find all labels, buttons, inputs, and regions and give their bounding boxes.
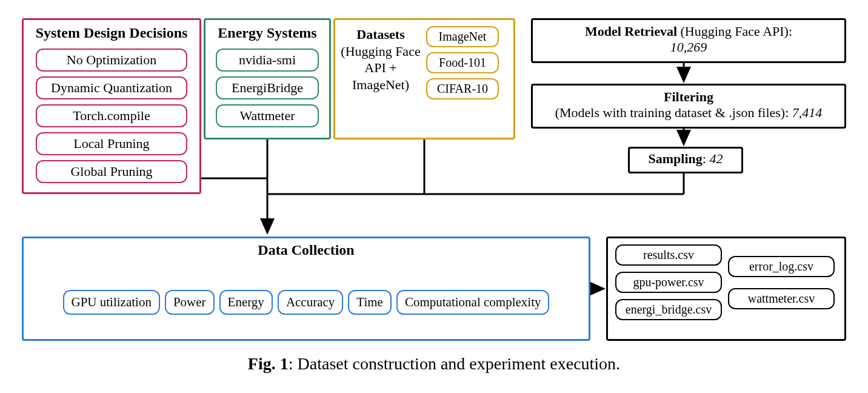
energy-title: Energy Systems	[218, 25, 316, 41]
energy-item: EnergiBridge	[216, 76, 319, 99]
dataset-item: Food-101	[426, 52, 499, 73]
datasets-title: Datasets	[356, 27, 404, 42]
datasets-box: Datasets (Hugging Face API + ImageNet) I…	[333, 18, 515, 139]
sampling-box: Sampling: 42	[628, 147, 743, 173]
filtering-label: Filtering	[664, 89, 713, 104]
sdd-item: Global Pruning	[36, 160, 187, 183]
filtering-value: 7,414	[792, 105, 823, 120]
sdd-item: No Optimization	[36, 49, 187, 72]
caption-text: : Dataset construction and experiment ex…	[289, 354, 620, 373]
output-file: error_log.csv	[728, 256, 835, 277]
energy-systems-box: Energy Systems nvidia-smi EnergiBridge W…	[204, 18, 331, 139]
retrieval-value: 10,269	[670, 39, 707, 55]
sdd-item: Local Pruning	[36, 132, 187, 155]
system-design-title: System Design Decisions	[36, 25, 188, 41]
dc-metric: Accuracy	[278, 290, 343, 315]
retrieval-label-rest: (Hugging Face API):	[677, 24, 792, 39]
sampling-value: 42	[709, 151, 723, 166]
filtering-detail: (Models with training dataset & .json fi…	[555, 105, 792, 120]
sdd-item: Torch.compile	[36, 104, 187, 127]
energy-item: Wattmeter	[216, 104, 319, 127]
system-design-decisions-box: System Design Decisions No Optimization …	[22, 18, 201, 194]
filtering-box: Filtering (Models with training dataset …	[531, 84, 846, 129]
figure-caption: Fig. 1: Dataset construction and experim…	[0, 354, 868, 374]
output-file: wattmeter.csv	[728, 288, 835, 309]
dataset-item: CIFAR-10	[426, 78, 499, 99]
energy-item: nvidia-smi	[216, 49, 319, 72]
datasets-subtitle: (Hugging Face API + ImageNet)	[341, 44, 420, 92]
output-files-box: results.csv gpu-power.csv energi_bridge.…	[606, 237, 846, 341]
data-collection-title: Data Collection	[24, 242, 589, 258]
data-collection-box: Data Collection GPU utilization Power En…	[22, 237, 590, 341]
dc-metric: Power	[165, 290, 215, 315]
retrieval-label: Model Retrieval	[585, 24, 677, 39]
caption-label: Fig. 1	[248, 354, 289, 373]
output-file: energi_bridge.csv	[615, 299, 722, 320]
dataset-item: ImageNet	[426, 26, 499, 47]
sdd-item: Dynamic Quantization	[36, 76, 187, 99]
sampling-label: Sampling	[649, 151, 703, 166]
output-file: results.csv	[615, 244, 722, 266]
dc-metric: GPU utilization	[63, 290, 160, 315]
model-retrieval-box: Model Retrieval (Hugging Face API): 10,2…	[531, 18, 846, 63]
datasets-title-block: Datasets (Hugging Face API + ImageNet)	[335, 20, 426, 138]
dc-metric: Energy	[219, 290, 273, 315]
dc-metric: Computational complexity	[396, 290, 550, 315]
dc-metric: Time	[348, 290, 392, 315]
output-file: gpu-power.csv	[615, 272, 722, 293]
